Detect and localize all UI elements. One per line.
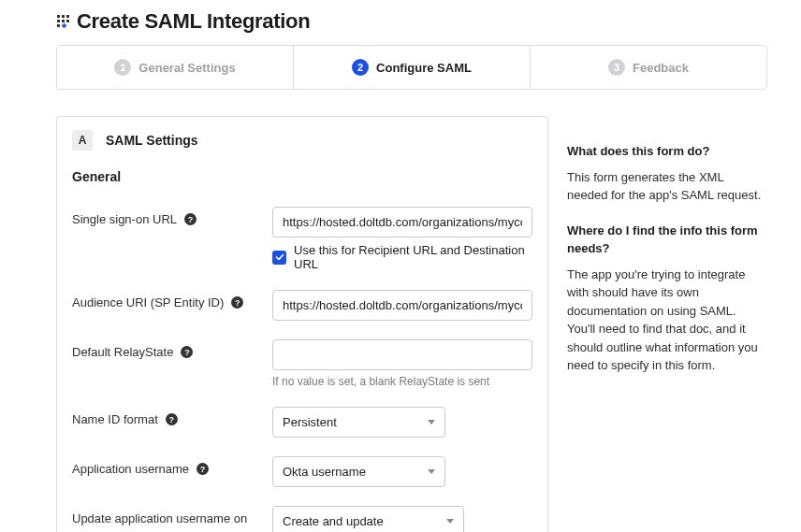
page-title: Create SAML Integration [77,9,310,34]
audience-uri-label: Audience URI (SP Entity ID) [72,295,224,309]
checkbox-label: Use this for Recipient URL and Destinati… [294,243,532,271]
sidebar-text: This form generates the XML needed for t… [567,168,767,205]
step-number: 3 [608,59,625,76]
step-number: 2 [352,59,369,76]
help-icon[interactable]: ? [197,463,209,475]
step-label: Feedback [633,61,689,75]
name-id-format-select[interactable]: Persistent [272,407,445,438]
update-on-select[interactable]: Create and update [272,506,464,532]
page-header: Create SAML Integration [0,9,801,45]
relay-state-label: Default RelayState [72,345,173,359]
audience-uri-input[interactable] [272,290,532,321]
relay-state-helper: If no value is set, a blank RelayState i… [272,370,532,388]
help-icon[interactable]: ? [166,413,178,425]
update-on-label: Update application username on [72,511,247,525]
svg-rect-4 [62,20,65,22]
sidebar-heading: Where do I find the info this form needs… [567,222,767,258]
section-title: SAML Settings [106,133,198,148]
svg-rect-1 [62,15,65,18]
wizard-step-feedback[interactable]: 3 Feedback [531,46,766,89]
help-icon[interactable]: ? [184,213,197,225]
svg-rect-0 [57,15,60,18]
step-label: General Settings [138,61,235,75]
name-id-format-label: Name ID format [72,412,158,426]
step-label: Configure SAML [376,61,472,75]
svg-rect-2 [66,15,69,18]
wizard-step-configure-saml[interactable]: 2 Configure SAML [294,46,531,89]
svg-rect-6 [57,24,60,27]
section-subtitle: General [57,160,547,197]
apps-icon [56,14,71,29]
wizard-step-general[interactable]: 1 General Settings [57,46,294,89]
wizard-nav: 1 General Settings 2 Configure SAML 3 Fe… [56,45,767,90]
use-for-recipient-checkbox[interactable] [272,251,286,265]
saml-settings-panel: A SAML Settings General Single sign-on U… [56,116,548,532]
app-username-label: Application username [72,462,189,476]
sidebar-text: The app you're trying to integrate with … [567,266,767,375]
relay-state-input[interactable] [272,339,532,370]
help-sidebar: What does this form do? This form genera… [567,116,767,532]
sso-url-input[interactable] [272,207,532,237]
svg-rect-5 [66,20,69,22]
sso-url-label: Single sign-on URL [72,212,177,226]
section-badge: A [72,130,93,151]
help-icon[interactable]: ? [181,346,193,358]
step-number: 1 [114,59,131,76]
sidebar-heading: What does this form do? [567,142,767,161]
help-icon[interactable]: ? [231,296,243,309]
app-username-select[interactable]: Okta username [272,456,445,487]
svg-rect-3 [57,20,60,22]
